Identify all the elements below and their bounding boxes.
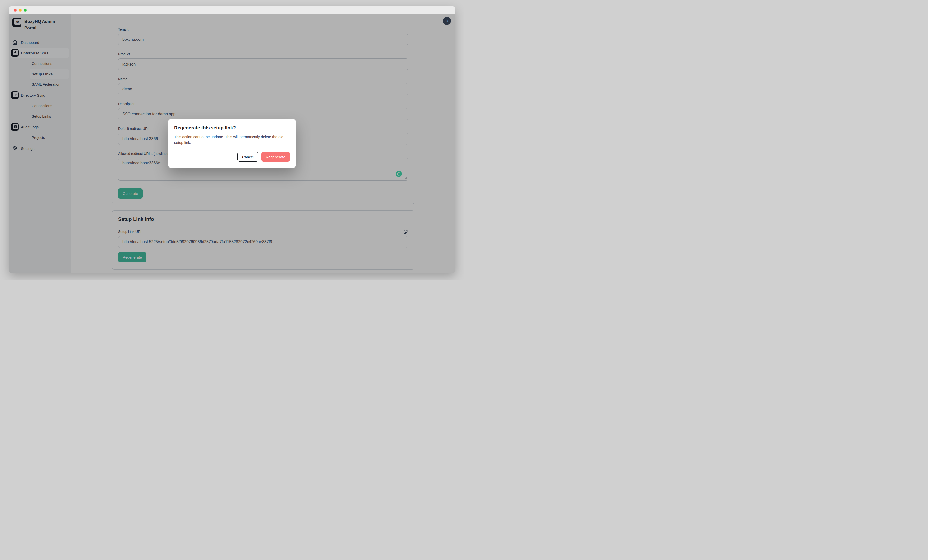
modal-backdrop[interactable]: Regenerate this setup link? This action … <box>9 14 455 273</box>
dialog-message: This action cannot be undone. This will … <box>174 134 290 146</box>
cancel-button[interactable]: Cancel <box>237 152 258 162</box>
dialog-actions: Cancel Regenerate <box>174 152 290 162</box>
app-window: </> BoxyHQ Admin Portal Dashboard <box>9 6 455 273</box>
minimize-window-button[interactable] <box>18 9 21 12</box>
confirm-regenerate-button[interactable]: Regenerate <box>261 152 290 162</box>
dialog-title: Regenerate this setup link? <box>174 125 290 131</box>
close-window-button[interactable] <box>14 9 17 12</box>
app-body: </> BoxyHQ Admin Portal Dashboard <box>9 14 455 273</box>
zoom-window-button[interactable] <box>24 9 27 12</box>
macos-titlebar <box>9 6 455 14</box>
regenerate-confirm-dialog: Regenerate this setup link? This action … <box>168 119 296 168</box>
